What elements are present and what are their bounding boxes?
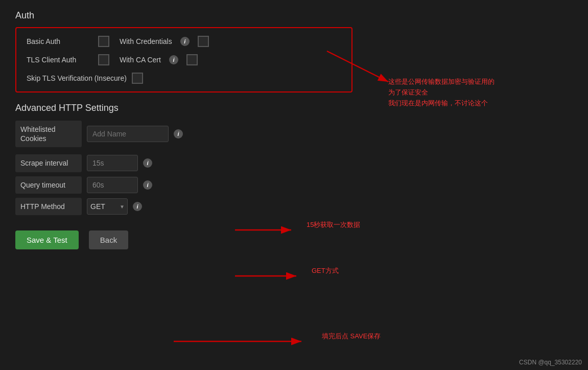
http-method-select[interactable]: GET POST PUT [87,198,128,215]
with-credentials-label: With Credentials [120,37,172,45]
watermark: CSDN @qq_35302220 [519,359,582,366]
skip-tls-label: Skip TLS Verification (Insecure) [27,74,127,82]
cookies-input[interactable] [87,126,169,142]
basic-auth-checkbox[interactable] [98,36,109,47]
basic-auth-row: Basic Auth With Credentials i [27,36,341,47]
auth-section-title: Auth [15,10,352,21]
query-timeout-label: Query timeout [15,176,82,194]
skip-tls-checkbox[interactable] [132,73,143,84]
scrape-interval-row: Scrape interval i [15,154,352,172]
advanced-section-title: Advanced HTTP Settings [15,103,352,113]
with-credentials-checkbox[interactable] [198,36,209,47]
http-method-select-wrapper: GET POST PUT [87,198,128,215]
advanced-section: Advanced HTTP Settings Whitelisted Cooki… [15,103,352,215]
save-arrow [174,336,317,357]
save-annotation: 填完后点 SAVE保存 [322,331,381,342]
with-credentials-info-icon[interactable]: i [180,37,190,46]
tls-client-auth-checkbox[interactable] [98,54,109,65]
scrape-interval-label: Scrape interval [15,154,82,172]
skip-tls-row: Skip TLS Verification (Insecure) [27,73,341,84]
back-button[interactable]: Back [89,230,128,249]
basic-auth-label: Basic Auth [27,37,93,45]
with-ca-cert-checkbox[interactable] [186,54,198,65]
save-test-button[interactable]: Save & Test [15,230,79,249]
cookies-label: Whitelisted Cookies [15,121,82,147]
query-timeout-info-icon[interactable]: i [143,180,152,190]
with-ca-cert-info-icon[interactable]: i [169,55,178,64]
auth-box: Basic Auth With Credentials i TLS Client… [15,27,352,92]
http-method-row: HTTP Method GET POST PUT i [15,198,352,215]
get-arrow [235,271,307,286]
tls-client-auth-label: TLS Client Auth [27,56,93,64]
tls-auth-row: TLS Client Auth With CA Cert i [27,54,341,65]
scrape-interval-input[interactable] [87,155,138,171]
scrape-interval-info-icon[interactable]: i [143,158,152,168]
tls-annotation: 这些是公网传输数据加密与验证用的 为了保证安全 我们现在是内网传输，不讨论这个 [388,77,495,108]
get-annotation: GET方式 [312,266,339,276]
http-method-info-icon[interactable]: i [133,202,142,211]
cookies-info-icon[interactable]: i [174,129,183,138]
with-ca-cert-label: With CA Cert [120,56,161,64]
http-method-label: HTTP Method [15,198,82,215]
query-timeout-row: Query timeout i [15,176,352,194]
buttons-row: Save & Test Back [15,230,352,249]
query-timeout-input[interactable] [87,177,138,193]
cookies-row: Whitelisted Cookies i [15,121,352,147]
